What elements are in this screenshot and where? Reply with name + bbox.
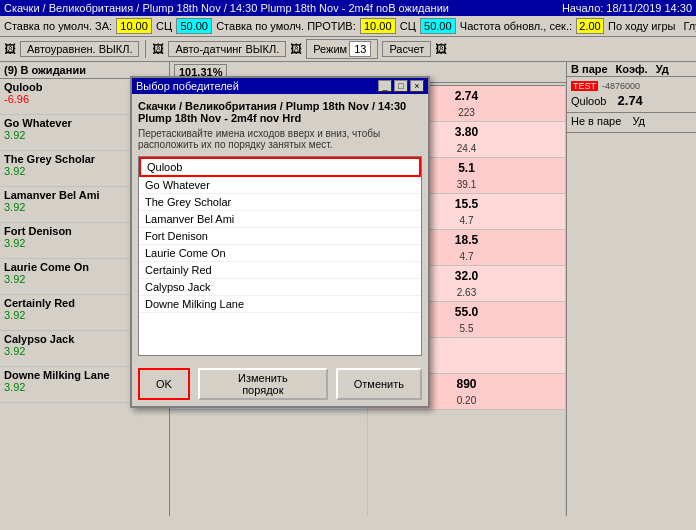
modal-maximize-button[interactable]: □: [394, 80, 408, 92]
modal-list[interactable]: QuloobGo WhateverThe Grey ScholarLamanve…: [138, 156, 422, 356]
modal-minimize-button[interactable]: _: [378, 80, 392, 92]
mode-label: Режим: [313, 43, 347, 55]
runner-info[interactable]: Laurie Come On3.92: [0, 259, 149, 294]
mode-val: 13: [349, 41, 371, 57]
modal-list-item[interactable]: Certainly Red: [139, 262, 421, 279]
modal-list-item[interactable]: Calypso Jack: [139, 279, 421, 296]
modal-list-item[interactable]: Downe Milking Lane: [139, 296, 421, 313]
runner-odds: 3.92: [4, 273, 145, 285]
bet-against-val[interactable]: [360, 18, 396, 34]
runner-name: Certainly Red: [4, 297, 145, 309]
runner-name: Fort Denison: [4, 225, 145, 237]
waiting-title: (9) В ожидании: [4, 64, 86, 76]
modal-list-item[interactable]: Lamanver Bel Ami: [139, 211, 421, 228]
runner-info[interactable]: The Grey Scholar3.92: [0, 151, 149, 186]
header-title: Скачки / Великобритания / Plump 18th Nov…: [4, 2, 449, 14]
runner-info[interactable]: Lamanver Bel Ami3.92: [0, 187, 149, 222]
modal-title: Выбор победителей: [136, 80, 239, 92]
runner-odds: 3.92: [4, 165, 145, 177]
runner-odds: 3.92: [4, 201, 145, 213]
bet-for-size[interactable]: [176, 18, 212, 34]
runner-name: Laurie Come On: [4, 261, 145, 273]
cu-label2: СЦ: [400, 20, 416, 32]
test-badge: TEST: [571, 81, 598, 91]
runner-name: Quloob: [4, 81, 145, 93]
summary-section-pair: TEST -4876000 Quloob 2.74: [567, 77, 696, 113]
modal-list-item[interactable]: Fort Denison: [139, 228, 421, 245]
runner-name: Quloob: [571, 95, 606, 107]
header-bar: Скачки / Великобритания / Plump 18th Nov…: [0, 0, 696, 16]
bet-against-size[interactable]: [420, 18, 456, 34]
runner-odds: 3.92: [4, 309, 145, 321]
toolbar-sep-1: [145, 40, 146, 58]
ok-button[interactable]: OK: [138, 368, 190, 400]
modal-list-item[interactable]: Quloob: [139, 157, 421, 177]
runner-coeff: 2.74: [618, 93, 643, 108]
mode-button[interactable]: Режим 13: [306, 39, 378, 59]
no-pair-section: Не в паре Уд: [567, 113, 696, 133]
depth-label: Глубина,мин.:: [684, 20, 696, 32]
runner-odds: 3.92: [4, 345, 145, 357]
runner-info[interactable]: Downe Milking Lane3.92: [0, 367, 149, 402]
pair-header: В паре: [571, 63, 608, 75]
modal-list-item[interactable]: Laurie Come On: [139, 245, 421, 262]
update-label: Частота обновл., сек.:: [460, 20, 572, 32]
bet-against-label: Ставка по умолч. ПРОТИВ:: [216, 20, 356, 32]
runner-info[interactable]: Go Whatever3.92: [0, 115, 149, 150]
summary-col: В паре Коэф. Уд TEST -4876000 Quloob 2.7…: [566, 62, 696, 516]
runner-odds: 3.92: [4, 129, 145, 141]
runner-info[interactable]: Fort Denison3.92: [0, 223, 149, 258]
runner-odds: 3.92: [4, 237, 145, 249]
test-val: -4876000: [602, 81, 640, 91]
runner-name: Go Whatever: [4, 117, 145, 129]
modal-body: Скачки / Великобритания / Plump 18th Nov…: [132, 94, 428, 362]
modal-list-item[interactable]: The Grey Scholar: [139, 194, 421, 211]
runner-name: Lamanver Bel Ami: [4, 189, 145, 201]
modal-titlebar-btns: _ □ ×: [378, 80, 424, 92]
modal-close-button[interactable]: ×: [410, 80, 424, 92]
summary-header: В паре Коэф. Уд: [567, 62, 696, 77]
coeff-header: Коэф.: [616, 63, 648, 75]
change-order-button[interactable]: Изменить порядок: [198, 368, 328, 400]
calc-button[interactable]: Расчет: [382, 41, 431, 57]
modal-footer: OK Изменить порядок Отменить: [132, 362, 428, 406]
runner-summary-name: Quloob 2.74: [571, 93, 692, 108]
runner-name: The Grey Scholar: [4, 153, 145, 165]
ud-label-2: Уд: [632, 115, 645, 127]
ud-header: Уд: [656, 63, 669, 75]
bet-for-val[interactable]: [116, 18, 152, 34]
no-pair-label: Не в паре: [571, 115, 621, 127]
runner-info[interactable]: Quloob-6.96: [0, 79, 149, 114]
runner-name: Downe Milking Lane: [4, 369, 145, 381]
toolbar-row: 🖼 Автоуравнен. ВЫКЛ. 🖼 Авто-датчинг ВЫКЛ…: [0, 37, 696, 62]
modal-titlebar: Выбор победителей _ □ ×: [132, 78, 428, 94]
bet-for-label: Ставка по умолч. ЗА:: [4, 20, 112, 32]
update-val[interactable]: [576, 18, 604, 34]
cancel-button[interactable]: Отменить: [336, 368, 422, 400]
runner-odds: -6.96: [4, 93, 145, 105]
game-label: По ходу игры: [608, 20, 676, 32]
autorace-button[interactable]: Автоуравнен. ВЫКЛ.: [20, 41, 139, 57]
runner-odds: 3.92: [4, 381, 145, 393]
modal-list-item[interactable]: Go Whatever: [139, 177, 421, 194]
cu-label: СЦ: [156, 20, 172, 32]
autodetect-button[interactable]: Авто-датчинг ВЫКЛ.: [168, 41, 286, 57]
modal-subtitle: Скачки / Великобритания / Plump 18th Nov…: [138, 100, 422, 124]
runner-info[interactable]: Certainly Red3.92: [0, 295, 149, 330]
runner-info[interactable]: Calypso Jack3.92: [0, 331, 149, 366]
runner-name: Calypso Jack: [4, 333, 145, 345]
settings-row: Ставка по умолч. ЗА: СЦ Ставка по умолч.…: [0, 16, 696, 37]
modal-desc: Перетаскивайте имена исходов вверх и вни…: [138, 128, 422, 150]
test-line: TEST -4876000: [571, 81, 692, 91]
start-time: Начало: 18/11/2019 14:30: [562, 2, 692, 14]
modal-overlay: Выбор победителей _ □ × Скачки / Великоб…: [130, 76, 430, 408]
